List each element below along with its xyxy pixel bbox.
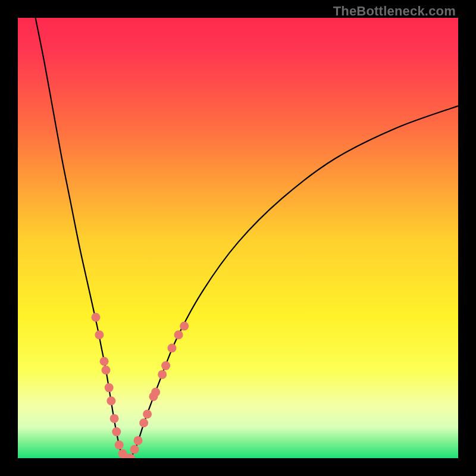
highlight-dot [112, 427, 121, 436]
highlight-dot [161, 361, 170, 370]
highlight-dot [143, 410, 152, 419]
highlight-dot [158, 370, 167, 379]
watermark-text: TheBottleneck.com [333, 4, 456, 19]
highlight-dot [180, 322, 189, 331]
highlight-dot [91, 313, 100, 322]
plot-area [18, 18, 458, 458]
bottleneck-curve [36, 18, 458, 458]
highlight-dot [151, 388, 160, 397]
highlight-dot [107, 396, 115, 405]
curve-layer [18, 18, 458, 458]
highlight-dot [130, 445, 139, 454]
highlight-dot [139, 418, 148, 427]
highlight-dot [105, 383, 114, 392]
highlight-dot [168, 344, 177, 353]
highlight-dot [134, 436, 143, 445]
highlight-dot [100, 357, 109, 366]
highlight-dot [110, 414, 119, 423]
highlight-dot [102, 366, 111, 375]
highlight-dot [95, 330, 104, 339]
highlight-dot [115, 440, 124, 449]
chart-frame: TheBottleneck.com [0, 0, 476, 476]
highlight-dot [174, 330, 183, 339]
